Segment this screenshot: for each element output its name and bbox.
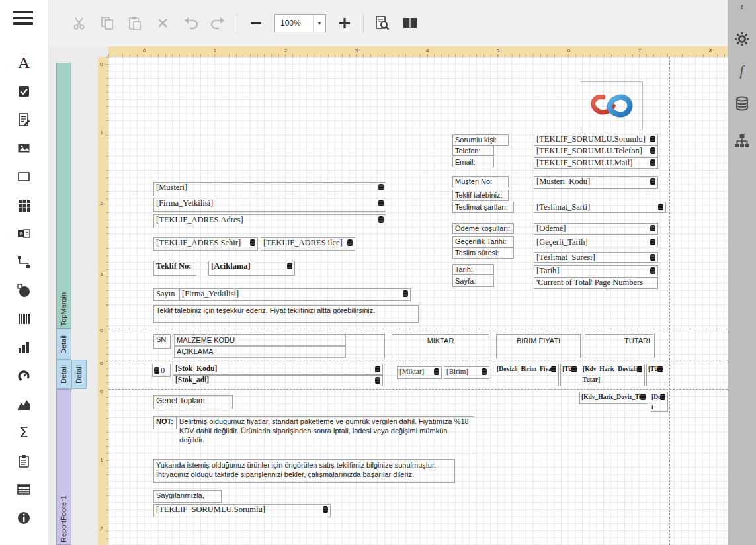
datasource-icon (347, 239, 353, 246)
shape-component-button[interactable] (15, 283, 32, 298)
band-strip-topmargin[interactable]: TopMargin (56, 63, 71, 329)
field-aciklama[interactable]: [Aciklama] (208, 261, 295, 276)
label-email[interactable]: Email: (452, 157, 494, 167)
field-footer-sorumlu[interactable]: [TEKLIF_SORUMLU.Sorumlu] (153, 504, 331, 517)
undo-button[interactable] (181, 14, 200, 32)
field-gecerli-tarih[interactable]: [Geçerli_Tarih] (534, 237, 658, 247)
data-grid-component-button[interactable] (15, 482, 32, 497)
text-tesekkur[interactable]: Teklif talebiniz için teşekkür ederiz. F… (153, 305, 419, 323)
label-sayfa[interactable]: Sayfa: (452, 276, 494, 287)
label-telefon[interactable]: Telefon: (452, 146, 494, 156)
paste-button[interactable] (126, 14, 144, 32)
header-sn[interactable]: SN (153, 334, 171, 349)
field-sayin-firma-yetkilisi[interactable]: [Firma_Yetkilisi] (179, 288, 411, 301)
field-teklif-sorumlu-mail[interactable]: [TEKLIF_SORUMLU.Mail] (534, 157, 658, 169)
checkbox-component-button[interactable] (15, 84, 32, 99)
datasource-icon (378, 200, 384, 206)
panel-component-button[interactable] (15, 169, 32, 184)
label-teslim-suresi[interactable]: Teslim süresi: (452, 247, 514, 259)
datasource-icon (434, 368, 439, 375)
barcode-component-button[interactable] (15, 312, 32, 326)
text-not[interactable]: Belirtmiş olduğumuz fiyatlar, standart p… (177, 416, 474, 450)
connector-component-button[interactable] (15, 255, 32, 269)
table-component-button[interactable] (15, 198, 32, 212)
label-teklif-talebiniz[interactable]: Teklif talebiniz: (452, 190, 509, 201)
design-canvas[interactable]: 0 1 2 3 4 5 6 7 8 0 1 2 3 0 0 0 1 2 TopM… (48, 46, 728, 545)
report-info-button[interactable] (15, 511, 32, 525)
field-teklif-sorumlu-sorumlu[interactable]: [TEKLIF_SORUMLU.Sorumlu] (534, 134, 658, 146)
field-teklif-adres[interactable]: [TEKLIF_ADRES.Adres] (153, 214, 386, 228)
band-strip-detail-2[interactable]: Detail (56, 360, 71, 389)
field-tarih[interactable]: [Tarih] (534, 265, 658, 276)
field-adres-sehir[interactable]: [TEKLIF_ADRES.Sehir] (153, 237, 258, 251)
header-birim-fiyati[interactable]: BIRIM FIYATI (496, 334, 581, 358)
properties-panel-button[interactable] (728, 29, 756, 49)
chart-component-button[interactable] (15, 340, 32, 355)
field-dovizli-birim-fiyat[interactable]: [Dovizli_Birim_Fiyat] (495, 364, 559, 386)
field-adres-ilce[interactable]: [TEKLIF_ADRES.ilce] (261, 237, 355, 251)
delete-button[interactable] (153, 14, 172, 32)
field-stok-adi[interactable]: [Stok_adi] (173, 375, 383, 386)
field-kdv-haric-doviz-tutar-total[interactable]: [Kdv_Haric_Doviz_Tutar] (579, 392, 648, 404)
report-tree-panel-button[interactable] (728, 131, 756, 151)
header-miktar[interactable]: MIKTAR (392, 334, 489, 358)
field-birim[interactable]: [Birim] (444, 366, 489, 379)
header-aciklama[interactable]: AÇIKLAMA (174, 346, 346, 358)
text-saygilar[interactable]: Saygılarımızla, (153, 490, 222, 503)
copy-button[interactable] (98, 14, 116, 32)
text-closing[interactable]: Yukarıda istemiş olduğunuz ürünler için … (153, 459, 455, 483)
label-teklif-no[interactable]: Teklif No: (153, 261, 196, 276)
dictionary-panel-button[interactable] (728, 94, 756, 114)
sparkline-component-button[interactable] (15, 397, 32, 411)
field-dovi-total[interactable]: [Dovi (650, 392, 668, 412)
image-component-button[interactable] (15, 141, 32, 155)
label-sayin[interactable]: Sayın (153, 288, 179, 301)
page-setup-button[interactable] (401, 14, 419, 32)
field-firma-yetkilisi[interactable]: [Firma_Yetkilisi] (153, 198, 386, 212)
band-strip-reportfooter[interactable]: ReportFooter1 (56, 389, 71, 545)
field-tutar-2[interactable]: [Tü (646, 364, 665, 386)
richtext-component-button[interactable] (15, 112, 32, 127)
functions-panel-button[interactable]: f (728, 61, 756, 81)
field-tutar-1[interactable]: [Tü (560, 364, 579, 386)
header-tutari[interactable]: TUTARI (585, 334, 655, 358)
field-page-numbers[interactable]: 'Current of Total' Page Numbers (534, 277, 658, 289)
band-strip-detail-2-inner[interactable]: Detail (71, 360, 87, 389)
label-tarih[interactable]: Tarih: (452, 264, 494, 275)
label-odeme-kosullari[interactable]: Ödeme koşulları: (452, 223, 514, 234)
detail-row-index[interactable]: 0 (152, 364, 171, 377)
collapse-panel-button[interactable]: ‹ (728, 1, 756, 12)
field-miktar[interactable]: [Miktar] (397, 366, 442, 379)
label-teslimat-sartlari[interactable]: Teslimat şartları: (452, 202, 514, 213)
report-page[interactable]: Sorumlu kişi: Telefon: Email: [TEKLIF_SO… (108, 57, 728, 545)
field-teslimat-suresi[interactable]: [Teslimat_Suresi] (534, 252, 658, 263)
label-musteri-no[interactable]: Müşteri No: (452, 176, 509, 187)
logo-image[interactable] (581, 81, 643, 130)
label-sorumlu-kisi[interactable]: Sorumlu kişi: (452, 134, 509, 146)
cut-button[interactable] (70, 14, 89, 32)
redo-button[interactable] (209, 14, 228, 32)
label-gecerlilik-tarihi[interactable]: Geçerlilik Tarihi: (452, 236, 514, 247)
minus-icon (249, 17, 263, 30)
text-component-button[interactable]: A (15, 56, 32, 70)
main-menu-button[interactable] (13, 11, 33, 26)
band-strip-detail-1[interactable]: Detail (56, 329, 71, 360)
zoom-out-button[interactable] (247, 14, 265, 32)
field-musteri[interactable]: [Musteri] (153, 182, 386, 196)
field-odeme[interactable]: [Odeme] (534, 223, 658, 235)
header-malzeme-kodu[interactable]: MALZEME KODU (174, 335, 346, 346)
field-kdv-haric-dovizli-tutar[interactable]: [Kdv_Haric_Dovizli_Tutar] (581, 364, 645, 386)
zoom-level-select[interactable]: 100% ▼ (274, 14, 326, 32)
field-teklif-sorumlu-telefon[interactable]: [TEKLIF_SORUMLU.Telefon] (534, 146, 658, 157)
label-genel-toplam[interactable]: Genel Toplam: (153, 395, 233, 409)
zoom-in-button[interactable] (335, 14, 354, 32)
label-not[interactable]: NOT: (153, 416, 177, 429)
preview-button[interactable] (373, 14, 392, 32)
text-in-cells-button[interactable]: ab (15, 226, 32, 241)
field-stok-kodu[interactable]: [Stok_Kodu] (173, 364, 383, 375)
math-formula-button[interactable]: Σ (15, 425, 32, 440)
clone-component-button[interactable] (15, 454, 32, 468)
field-teslimat-sarti[interactable]: [Teslimat_Sarti] (534, 202, 666, 213)
gauge-component-button[interactable] (15, 368, 32, 383)
field-musteri-kodu[interactable]: [Musteri_Kodu] (534, 176, 658, 189)
